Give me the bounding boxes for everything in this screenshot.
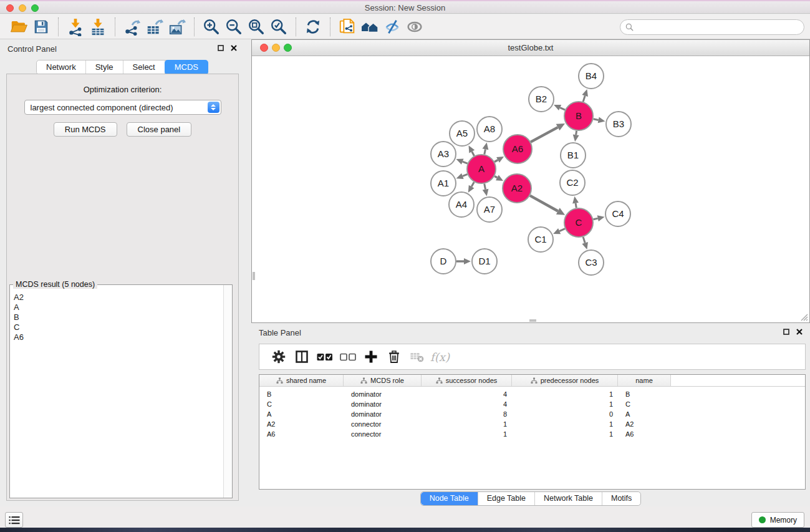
network-window-titlebar[interactable]: testGlobe.txt — [252, 40, 809, 56]
graph-edge-A-A8[interactable] — [485, 149, 486, 154]
export-table-icon[interactable] — [143, 16, 166, 37]
table-cell[interactable]: connector — [344, 429, 422, 439]
graph-edge-A-A2[interactable] — [494, 176, 497, 177]
table-cell[interactable]: A — [259, 409, 344, 419]
table-cell[interactable]: 8 — [422, 409, 512, 419]
close-panel-icon[interactable] — [231, 45, 237, 51]
table-cell[interactable]: A2 — [259, 419, 344, 429]
table-row[interactable]: A2connector11A2 — [259, 419, 805, 429]
table-cell[interactable]: A — [618, 409, 671, 419]
graph-edge-C-C4[interactable] — [593, 218, 597, 220]
search-input[interactable] — [637, 21, 804, 34]
float-panel-icon[interactable] — [218, 45, 224, 51]
column-header-MCDS-role[interactable]: MCDS role — [344, 375, 422, 386]
search-box[interactable] — [620, 19, 804, 35]
resize-grip-icon[interactable] — [799, 312, 808, 321]
tab-motifs[interactable]: Motifs — [602, 492, 640, 505]
table-cell[interactable]: 1 — [512, 389, 618, 399]
table-cell[interactable]: 1 — [512, 399, 618, 409]
tab-edge-table[interactable]: Edge Table — [478, 492, 535, 505]
graph-edge-A-A7[interactable] — [485, 184, 486, 190]
graph-edge-C-C1[interactable] — [559, 229, 565, 231]
graph-edge-B-B3[interactable] — [594, 119, 599, 120]
column-header-name[interactable]: name — [618, 375, 671, 386]
table-row[interactable]: Cdominator41C — [259, 399, 805, 409]
table-cell[interactable]: B — [618, 389, 671, 399]
show-columns-icon[interactable] — [290, 347, 313, 366]
run-mcds-button[interactable]: Run MCDS — [54, 122, 117, 137]
task-history-button[interactable] — [5, 512, 23, 528]
graph-edge-A-A5[interactable] — [472, 152, 475, 156]
table-cell[interactable]: dominator — [344, 399, 422, 409]
import-network-icon[interactable] — [64, 16, 87, 37]
close-panel-button[interactable]: Close panel — [127, 122, 192, 137]
tab-mcds[interactable]: MCDS — [165, 60, 208, 75]
table-cell[interactable]: B — [259, 389, 344, 399]
table-row[interactable]: A6connector11A6 — [259, 429, 805, 439]
zoom-selected-icon[interactable] — [268, 16, 290, 37]
result-item[interactable]: B — [14, 312, 223, 322]
graph-edge-B-B1[interactable] — [576, 131, 577, 135]
column-header-predecessor-nodes[interactable]: predecessor nodes — [512, 375, 618, 386]
table-header-row[interactable]: shared nameMCDS rolesuccessor nodesprede… — [259, 375, 805, 387]
zoom-out-icon[interactable] — [223, 16, 245, 37]
network-canvas[interactable]: B4B2BB3A8A5A6A3B1AA1C2A2A4A7C4CC1C3DD1 — [253, 57, 809, 322]
graph-edge-A-A1[interactable] — [463, 174, 468, 176]
table-cell[interactable]: dominator — [344, 409, 422, 419]
export-image-icon[interactable] — [166, 16, 188, 37]
refresh-icon[interactable] — [302, 16, 324, 37]
result-item[interactable]: A2 — [14, 293, 223, 302]
export-network-icon[interactable] — [121, 16, 143, 37]
graph-edge-B-B2[interactable] — [560, 108, 565, 110]
zoom-fit-icon[interactable] — [245, 16, 268, 37]
table-cell[interactable]: A6 — [618, 429, 671, 439]
tab-network-table[interactable]: Network Table — [535, 492, 602, 505]
graph-edge-B-B4[interactable] — [583, 95, 585, 102]
tab-style[interactable]: Style — [86, 60, 123, 74]
save-icon[interactable] — [30, 16, 52, 37]
tab-node-table[interactable]: Node Table — [421, 492, 478, 505]
memory-button[interactable]: Memory — [751, 512, 804, 528]
criterion-select[interactable]: largest connected component (directed) — [24, 100, 221, 115]
table-cell[interactable]: 1 — [512, 429, 618, 439]
horizontal-scroll-thumb[interactable] — [529, 319, 536, 322]
result-item[interactable]: A6 — [14, 332, 223, 342]
settings-gear-icon[interactable] — [267, 347, 290, 366]
table-cell[interactable]: connector — [344, 419, 422, 429]
select-all-icon[interactable] — [313, 347, 336, 366]
result-item[interactable]: A — [14, 302, 223, 312]
table-cell[interactable]: C — [259, 399, 344, 409]
tab-select[interactable]: Select — [123, 60, 165, 74]
table-row[interactable]: Bdominator41B — [259, 389, 805, 399]
eye-icon[interactable] — [403, 16, 426, 37]
column-header-shared-name[interactable]: shared name — [259, 375, 344, 386]
vertical-scroll-thumb[interactable] — [253, 272, 255, 280]
table-cell[interactable]: 4 — [422, 389, 512, 399]
import-table-icon[interactable] — [87, 16, 109, 37]
graph-edge-A6-B[interactable] — [531, 127, 557, 142]
table-row[interactable]: Adominator80A — [259, 409, 805, 419]
graph-edge-C-C2[interactable] — [576, 203, 576, 208]
delete-column-icon[interactable] — [382, 347, 405, 366]
table-cell[interactable]: 1 — [422, 419, 512, 429]
table-cell[interactable]: 4 — [422, 399, 512, 409]
deselect-all-icon[interactable] — [336, 347, 359, 366]
home-icon[interactable] — [359, 16, 381, 37]
table-cell[interactable]: 1 — [422, 429, 512, 439]
table-cell[interactable]: 0 — [512, 409, 618, 419]
zoom-in-icon[interactable] — [200, 16, 223, 37]
table-cell[interactable]: C — [618, 399, 671, 409]
result-scrollbar[interactable] — [223, 285, 232, 498]
table-cell[interactable]: dominator — [344, 389, 422, 399]
graph-edge-A-A6[interactable] — [494, 160, 498, 162]
graph-edge-C-C3[interactable] — [583, 237, 585, 243]
close-panel-icon[interactable] — [796, 329, 803, 335]
column-header-successor-nodes[interactable]: successor nodes — [422, 375, 512, 386]
result-item[interactable]: C — [14, 322, 223, 332]
network-document-icon[interactable] — [336, 16, 359, 37]
open-folder-icon[interactable] — [7, 16, 30, 37]
tab-network[interactable]: Network — [37, 60, 86, 74]
graph-edge-A-A4[interactable] — [471, 182, 474, 186]
float-panel-icon[interactable] — [783, 329, 789, 335]
hide-eye-icon[interactable] — [381, 16, 403, 37]
